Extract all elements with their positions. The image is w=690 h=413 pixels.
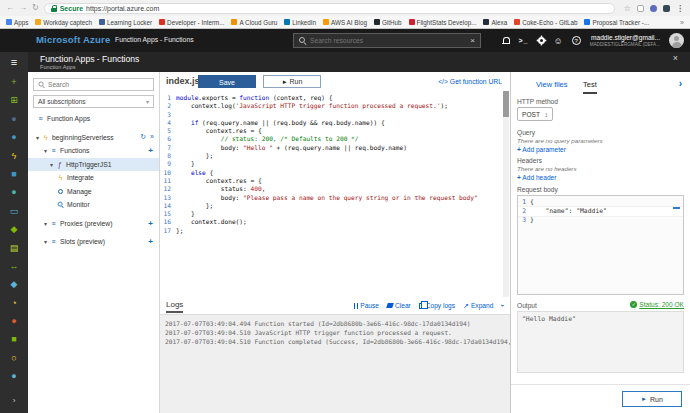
save-button[interactable]: Save [198, 75, 256, 88]
bookmark-item[interactable]: Proposal Tracker -... [584, 19, 649, 26]
resource-groups-icon[interactable]: ● [0, 128, 28, 146]
bookmark-item[interactable]: GitHub [374, 19, 402, 26]
add-function-button[interactable]: + [148, 146, 153, 155]
code-editor[interactable]: 1module.exports = function (context, req… [160, 91, 502, 297]
refresh-icon[interactable]: ↻ [140, 133, 146, 141]
bookmark-item[interactable]: FlightStats Develop... [409, 19, 477, 26]
bookmark-item[interactable]: Alexa [483, 19, 507, 26]
extension-icon[interactable] [663, 5, 670, 12]
slots-label: Slots (preview) [60, 238, 105, 245]
query-label: Query [517, 129, 535, 136]
bookmark-item[interactable]: AWS AI Blog [323, 19, 367, 26]
logs-tab[interactable]: Logs [166, 300, 183, 313]
tree-item-integrate[interactable]: ϟ Integrate [28, 171, 159, 185]
resource-search-box[interactable]: × [293, 33, 481, 48]
expander-caret-icon[interactable]: ▾ [48, 161, 55, 168]
hamburger-menu-icon[interactable]: ≡ [0, 52, 28, 73]
sidebar-item-function-apps[interactable]: ≡ Function Apps [28, 112, 159, 126]
bookmark-item[interactable]: A Cloud Guru [231, 19, 277, 26]
function-apps-icon[interactable]: ϟ [0, 147, 28, 165]
tab-view-files[interactable]: View files [536, 80, 568, 89]
monitor-icon[interactable]: ◔ [0, 294, 28, 312]
request-body-editor[interactable]: 1{2 "name": "Maddie"3} [517, 195, 684, 295]
clear-button[interactable]: Clear [387, 302, 411, 309]
tab-test[interactable]: Test [583, 80, 597, 94]
search-clear-icon[interactable]: × [470, 36, 475, 45]
tree-item-proxies[interactable]: ▾ ≡ Proxies (preview) + [28, 217, 159, 231]
notifications-bell-icon[interactable] [502, 36, 510, 45]
bookmark-item[interactable]: LinkedIn [284, 19, 316, 26]
add-slot-button[interactable]: + [148, 237, 153, 246]
bookmark-item[interactable]: Coke-Echo - GitLab [514, 19, 577, 26]
pause-button[interactable]: Pause [354, 302, 379, 309]
expand-double-chevron-icon[interactable]: » [150, 133, 154, 141]
feedback-smiley-icon[interactable]: ☺ [554, 36, 563, 46]
nav-search-input[interactable] [48, 81, 149, 88]
resource-search-input[interactable] [310, 37, 466, 44]
tree-item-slots[interactable]: ▾ ≡ Slots (preview) + [28, 235, 159, 249]
tree-item-app[interactable]: ▾ ϟ beginningServerless ↻ » [28, 131, 159, 145]
address-bar[interactable]: Secure https://portal.azure.com [44, 3, 615, 14]
extension-icon[interactable] [650, 5, 657, 12]
add-header-link[interactable]: + Add header [517, 174, 556, 181]
bookmarks-overflow-icon[interactable]: » [680, 19, 684, 26]
test-run-button[interactable]: ► Run [622, 391, 682, 407]
copy-logs-button[interactable]: Copy logs [419, 302, 455, 309]
blade-close-icon[interactable]: × [673, 53, 678, 63]
bookmark-star-icon[interactable]: ☆ [624, 4, 631, 13]
security-center-icon[interactable]: ■ [0, 330, 28, 348]
get-function-url-link[interactable]: </> Get function URL [438, 78, 502, 85]
sql-databases-icon[interactable]: ■ [0, 165, 28, 183]
subscription-dropdown[interactable]: All subscriptions ▾ [33, 95, 154, 108]
new-resource-icon[interactable]: + [0, 73, 28, 91]
expander-caret-icon[interactable]: ▾ [34, 134, 41, 141]
expander-caret-icon[interactable]: ▾ [42, 220, 49, 227]
browser-menu-icon[interactable]: ⋮ [676, 4, 684, 13]
add-parameter-link[interactable]: + Add parameter [517, 146, 566, 153]
run-button[interactable]: ► Run [263, 75, 321, 88]
expander-caret-icon[interactable]: ▾ [42, 147, 49, 154]
expander-caret-icon[interactable]: ▾ [42, 238, 49, 245]
cloud-shell-icon[interactable]: >_ [519, 37, 529, 44]
help-support-icon[interactable]: ● [0, 367, 28, 385]
tree-item-httptrigger[interactable]: ▾ ƒ HttpTriggerJS1 [28, 158, 159, 172]
azure-active-directory-icon[interactable]: ◆ [0, 275, 28, 293]
bookmark-item[interactable]: Workday captech [35, 19, 92, 26]
extension-icon[interactable] [637, 5, 644, 12]
tree-item-functions[interactable]: ▾ ≡ Functions + [28, 144, 159, 158]
nav-search-box[interactable] [33, 78, 154, 91]
panel-collapse-chevron-icon[interactable]: › [679, 78, 682, 89]
http-method-dropdown[interactable]: POST ↕ [517, 107, 553, 121]
rail-expand-icon[interactable]: › [0, 392, 28, 410]
editor-scrollbar[interactable] [503, 91, 509, 297]
code-line: 11 context.res = { [160, 177, 502, 185]
code-token: 'JavaScript HTTP trigger function proces… [236, 102, 441, 110]
settings-gear-icon[interactable] [538, 37, 545, 44]
expand-button[interactable]: ↗Expand [463, 302, 493, 310]
chevron-down-icon[interactable]: › [498, 304, 507, 307]
browser-refresh-icon[interactable]: ↻ [32, 4, 39, 12]
bookmark-item[interactable]: Apps [6, 19, 28, 26]
bookmark-item[interactable]: Developer - Interm... [159, 19, 224, 26]
account-info[interactable]: maddie.stigler@gmail... MADDIESTIGLERGMA… [590, 34, 660, 47]
advisor-icon[interactable]: ● [0, 312, 28, 330]
load-balancers-icon[interactable]: ◆ [0, 220, 28, 238]
cost-management-icon[interactable]: ○ [0, 349, 28, 367]
browser-back-icon[interactable]: ← [6, 4, 14, 12]
dashboard-icon[interactable]: ⊞ [0, 91, 28, 109]
virtual-networks-icon[interactable]: ↔ [0, 257, 28, 275]
add-proxy-button[interactable]: + [148, 219, 153, 228]
browser-forward-icon[interactable]: → [19, 4, 27, 12]
cosmos-db-icon[interactable]: ● [0, 183, 28, 201]
help-icon[interactable]: ? [572, 36, 581, 45]
azure-brand[interactable]: Microsoft Azure [36, 34, 110, 45]
tree-item-manage[interactable]: Manage [28, 185, 159, 199]
avatar[interactable] [669, 33, 684, 48]
code-token: }; [176, 152, 213, 160]
tree-item-monitor[interactable]: Monitor [28, 198, 159, 212]
virtual-machines-icon[interactable]: ▭ [0, 202, 28, 220]
all-resources-icon[interactable]: ● [0, 110, 28, 128]
bookmark-item[interactable]: Learning Locker [99, 19, 152, 26]
scrollbar-thumb[interactable] [503, 91, 509, 117]
storage-accounts-icon[interactable]: ▤ [0, 239, 28, 257]
